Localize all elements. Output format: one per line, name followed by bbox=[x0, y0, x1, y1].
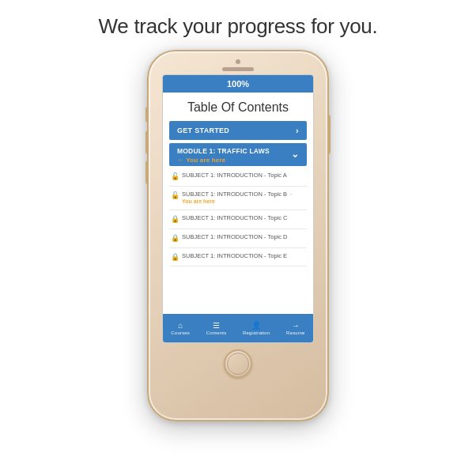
subject-item-5[interactable]: 🔒 SUBJECT 1: INTRODUCTION - Topic E bbox=[169, 248, 307, 267]
subject-text-1: SUBJECT 1: INTRODUCTION - Topic A bbox=[182, 172, 305, 179]
contents-icon: ☰ bbox=[213, 321, 220, 330]
unlock-icon-1: 🔓 bbox=[171, 172, 179, 182]
lock-icon-3: 🔒 bbox=[171, 215, 179, 225]
page-headline: We track your progress for you. bbox=[99, 14, 378, 39]
phone-screen: 100% Table Of Contents GET STARTED › MOD… bbox=[162, 74, 314, 343]
phone-top bbox=[149, 51, 327, 71]
nav-courses[interactable]: ⌂ Courses bbox=[171, 321, 190, 335]
arrow-left-icon: ← bbox=[177, 156, 184, 164]
subject-text-3: SUBJECT 1: INTRODUCTION - Topic C bbox=[182, 214, 305, 222]
screen-content: Table Of Contents GET STARTED › MODULE 1… bbox=[163, 93, 313, 342]
subject-2-you-here: ← You are here bbox=[182, 191, 294, 205]
subject-text-4: SUBJECT 1: INTRODUCTION - Topic D bbox=[182, 233, 305, 241]
home-button-inner bbox=[227, 353, 249, 375]
subject-item-4[interactable]: 🔒 SUBJECT 1: INTRODUCTION - Topic D bbox=[169, 229, 307, 248]
subject-text-2: SUBJECT 1: INTRODUCTION - Topic B ← You … bbox=[182, 191, 305, 206]
home-button[interactable] bbox=[224, 349, 252, 378]
resume-label: Resume bbox=[286, 331, 305, 335]
nav-contents[interactable]: ☰ Contents bbox=[206, 321, 227, 335]
phone-mockup: 100% Table Of Contents GET STARTED › MOD… bbox=[147, 50, 329, 421]
nav-registration[interactable]: 👤 Registration bbox=[243, 321, 270, 335]
registration-icon: 👤 bbox=[251, 321, 261, 330]
get-started-arrow-icon: › bbox=[296, 126, 299, 135]
mute-button bbox=[145, 107, 149, 123]
power-button bbox=[327, 115, 331, 154]
toc-title: Table Of Contents bbox=[163, 93, 313, 121]
subject-item-3[interactable]: 🔒 SUBJECT 1: INTRODUCTION - Topic C bbox=[169, 210, 307, 229]
module-1-title-col: MODULE 1: TRAFFIC LAWS ← You are here bbox=[177, 147, 270, 164]
lock-icon-5: 🔒 bbox=[171, 253, 179, 263]
get-started-button[interactable]: GET STARTED › bbox=[169, 121, 307, 140]
progress-label: 100% bbox=[227, 79, 249, 89]
volume-down-button bbox=[145, 161, 149, 184]
courses-icon: ⌂ bbox=[178, 321, 183, 330]
registration-label: Registration bbox=[243, 331, 270, 335]
module-1-row[interactable]: MODULE 1: TRAFFIC LAWS ← You are here ⌄ bbox=[169, 143, 307, 166]
subject-item-2[interactable]: 🔓 SUBJECT 1: INTRODUCTION - Topic B ← Yo… bbox=[169, 187, 307, 211]
bottom-navigation: ⌂ Courses ☰ Contents 👤 Registration → Re… bbox=[163, 314, 313, 342]
module-chevron-icon: ⌄ bbox=[291, 149, 299, 160]
front-camera bbox=[236, 59, 240, 64]
module-1-label: MODULE 1: TRAFFIC LAWS bbox=[177, 147, 270, 155]
module-you-are-here: ← You are here bbox=[177, 156, 270, 164]
subject-text-5: SUBJECT 1: INTRODUCTION - Topic E bbox=[182, 252, 305, 260]
courses-label: Courses bbox=[171, 331, 190, 335]
progress-bar: 100% bbox=[163, 75, 313, 93]
subject-item-1[interactable]: 🔓 SUBJECT 1: INTRODUCTION - Topic A bbox=[169, 168, 307, 187]
subjects-list: 🔓 SUBJECT 1: INTRODUCTION - Topic A 🔓 SU… bbox=[163, 168, 313, 314]
resume-icon: → bbox=[292, 321, 300, 330]
get-started-label: GET STARTED bbox=[177, 127, 229, 134]
volume-up-button bbox=[145, 130, 149, 154]
contents-label: Contents bbox=[206, 331, 227, 335]
unlock-icon-2: 🔓 bbox=[171, 191, 179, 201]
lock-icon-4: 🔒 bbox=[171, 234, 179, 244]
nav-resume[interactable]: → Resume bbox=[286, 321, 305, 335]
speaker bbox=[222, 67, 254, 71]
